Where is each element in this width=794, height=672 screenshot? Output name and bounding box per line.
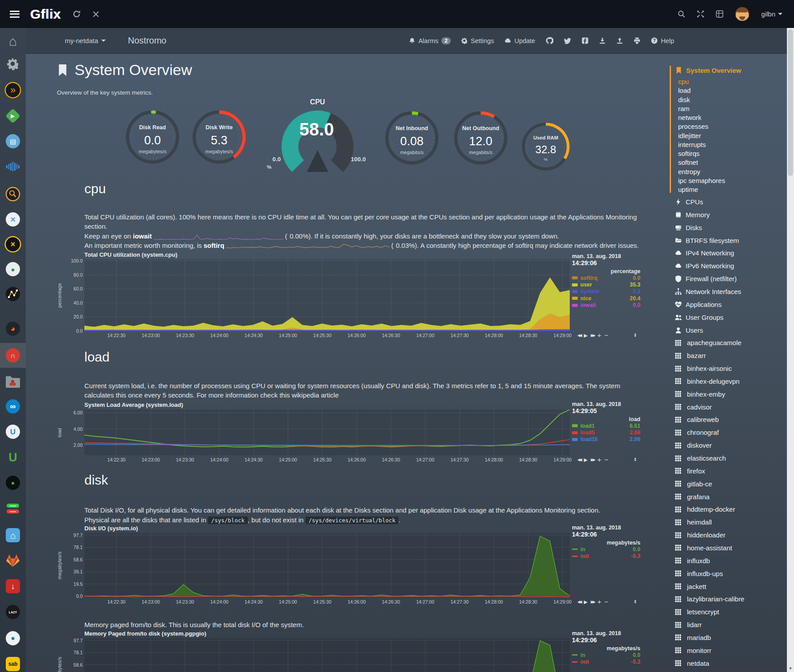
- menu-app-lazylibrarian-calibre[interactable]: lazylibrarian-calibre: [675, 595, 744, 603]
- menu-section-users[interactable]: Users: [675, 326, 703, 334]
- forward-icon[interactable]: ▶▶: [591, 456, 594, 464]
- monitorr-app-icon[interactable]: [0, 496, 26, 521]
- lazylibrarian-app-icon[interactable]: LAZY: [0, 600, 26, 624]
- play-icon[interactable]: ▶: [584, 331, 588, 339]
- menu-item-interrupts[interactable]: interrupts: [678, 140, 706, 149]
- menu-app-mariadb[interactable]: mariadb: [675, 634, 711, 641]
- legend-row-iowait[interactable]: iowait0.0: [572, 302, 640, 309]
- menu-item-disk[interactable]: disk: [678, 95, 690, 104]
- zoom-out-icon[interactable]: −: [604, 598, 608, 606]
- play-icon[interactable]: ▶: [584, 456, 588, 464]
- legend-row-load15[interactable]: load152.06: [572, 436, 640, 443]
- wikipedia-link[interactable]: this wikipedia article: [279, 391, 338, 399]
- menu-item-ipc-semaphores[interactable]: ipc semaphores: [678, 176, 725, 185]
- gauge-cpu[interactable]: 58.00.0100.0%: [264, 108, 371, 172]
- menu-app-letsencrypt[interactable]: letsencrypt: [675, 608, 719, 616]
- menu-app-firefox[interactable]: firefox: [675, 467, 705, 475]
- airsonic-app-icon[interactable]: [0, 154, 26, 179]
- scrollbar-thumb[interactable]: [788, 29, 793, 176]
- menu-section-ipv4-networking[interactable]: IPv4 Networking: [675, 249, 734, 257]
- menu-item-cpu[interactable]: cpu: [678, 77, 689, 86]
- nextcloud-app-icon[interactable]: ∞: [0, 394, 26, 419]
- netdata-app-icon[interactable]: ∩: [0, 343, 26, 368]
- forward-icon[interactable]: ▶▶: [591, 331, 594, 339]
- refresh-icon[interactable]: [72, 10, 81, 18]
- menu-app-apacheguacamole[interactable]: apacheguacamole: [675, 339, 742, 346]
- menu-app-hiddenloader[interactable]: hiddenloader: [675, 531, 726, 539]
- chart-resize-handle-system-load[interactable]: ▲▼: [634, 457, 637, 461]
- chart-plot-system-cpu[interactable]: [84, 259, 570, 331]
- menu-app-monitorr[interactable]: monitorr: [675, 647, 711, 654]
- chart-plot-system-pgpgio[interactable]: [84, 638, 570, 672]
- menu-item-uptime[interactable]: uptime: [678, 185, 698, 194]
- menu-item-load[interactable]: load: [678, 86, 691, 95]
- gauge-net-outbound[interactable]: Net Outbound12.0megabits/s: [453, 110, 508, 166]
- unifi-app-icon[interactable]: U: [0, 419, 26, 444]
- menu-app-grafana[interactable]: grafana: [675, 493, 710, 501]
- menu-item-softnet[interactable]: softnet: [678, 158, 698, 167]
- menu-app-home-assistant[interactable]: home-assistant: [675, 544, 732, 552]
- menu-section-cpus[interactable]: CPUs: [675, 198, 703, 206]
- settings-button[interactable]: Settings: [461, 37, 494, 44]
- vertical-scrollbar[interactable]: ▼: [787, 28, 794, 672]
- legend-row-nice[interactable]: nice20.4: [572, 295, 640, 302]
- help-button[interactable]: ? Help: [651, 37, 674, 44]
- deluge-app-icon[interactable]: ●: [0, 257, 26, 282]
- grafana-app-icon[interactable]: ◕: [0, 316, 26, 341]
- update-button[interactable]: Update: [504, 37, 535, 44]
- ubooquity-app-icon[interactable]: ▤: [0, 129, 26, 154]
- gauge-disk-write[interactable]: Disk Write5.3megabytes/s: [191, 109, 247, 165]
- menu-item-idlejitter[interactable]: idlejitter: [678, 131, 701, 140]
- menu-app-bazarr[interactable]: bazarr: [675, 352, 706, 359]
- menu-section-applications[interactable]: Applications: [675, 301, 722, 308]
- settings-app-icon[interactable]: [0, 52, 26, 76]
- menu-section-network-interfaces[interactable]: Network Interfaces: [675, 288, 741, 295]
- menu-item-ram[interactable]: ram: [678, 104, 690, 113]
- menu-item-entropy[interactable]: entropy: [678, 167, 700, 176]
- legend-row-system[interactable]: system2.3: [572, 288, 640, 295]
- menu-app-netdata[interactable]: netdata: [675, 660, 709, 667]
- export-button[interactable]: [616, 37, 623, 44]
- host-dropdown[interactable]: my-netdata: [65, 37, 106, 44]
- menu-section-user-groups[interactable]: User Groups: [675, 314, 723, 321]
- menu-section-ipv6-networking[interactable]: IPv6 Networking: [675, 262, 734, 270]
- hamburger-menu-icon[interactable]: [10, 11, 20, 18]
- menu-app-influxdb[interactable]: influxdb: [675, 557, 710, 565]
- gitlab-app-icon[interactable]: [0, 548, 26, 573]
- tautulli-app-icon[interactable]: [0, 282, 26, 306]
- menu-app-diskover[interactable]: diskover: [675, 441, 712, 449]
- legend-row-out[interactable]: out-5.3: [572, 553, 640, 559]
- menu-app-cadvisor[interactable]: cadvisor: [675, 403, 712, 411]
- menu-section-firewall-netfilter-[interactable]: Firewall (netfilter): [675, 275, 737, 282]
- gauge-disk-read[interactable]: Disk Read0.0megabytes/s: [125, 109, 180, 165]
- chart-plot-system-load[interactable]: [84, 410, 570, 455]
- play-icon[interactable]: ▶: [584, 598, 588, 606]
- user-menu[interactable]: gilbn: [761, 10, 782, 18]
- chart-resize-handle-system-cpu[interactable]: ▲▼: [634, 333, 637, 337]
- menu-app-calibreweb[interactable]: calibreweb: [675, 416, 719, 423]
- krusader-app-icon[interactable]: [0, 370, 26, 394]
- sabnzbd-app-icon[interactable]: sab: [0, 652, 26, 672]
- youtube-dl-app-icon[interactable]: ↓: [0, 574, 26, 599]
- fullscreen-icon[interactable]: [697, 10, 704, 18]
- menu-item-network[interactable]: network: [678, 113, 702, 122]
- menu-app-elasticsearch[interactable]: elasticsearch: [675, 454, 726, 462]
- print-button[interactable]: [634, 37, 640, 44]
- home-app-icon[interactable]: ⌂: [0, 29, 26, 54]
- chart-resize-handle-system-io[interactable]: ▲▼: [634, 599, 637, 604]
- forward-icon[interactable]: ▶▶: [591, 598, 594, 606]
- menu-app-heimdall[interactable]: heimdall: [675, 518, 712, 526]
- import-button[interactable]: [599, 37, 606, 44]
- legend-row-softirq[interactable]: softirq0.0: [572, 274, 640, 281]
- menu-app-hddtemp-docker[interactable]: hddtemp-docker: [675, 505, 735, 513]
- home-assistant-app-icon[interactable]: ⌂: [0, 523, 26, 548]
- zoom-in-icon[interactable]: +: [597, 331, 601, 339]
- menu-app-binhex-delugevpn[interactable]: binhex-delugevpn: [675, 378, 739, 385]
- grid-icon[interactable]: [716, 10, 723, 18]
- twitter-button[interactable]: [564, 37, 571, 44]
- emby-app-icon[interactable]: ▶: [0, 103, 26, 128]
- menu-item-processes[interactable]: processes: [678, 122, 708, 131]
- openeats-app-icon[interactable]: ●: [0, 470, 26, 495]
- legend-row-in[interactable]: in0.0: [572, 652, 640, 658]
- github-button[interactable]: [546, 37, 553, 44]
